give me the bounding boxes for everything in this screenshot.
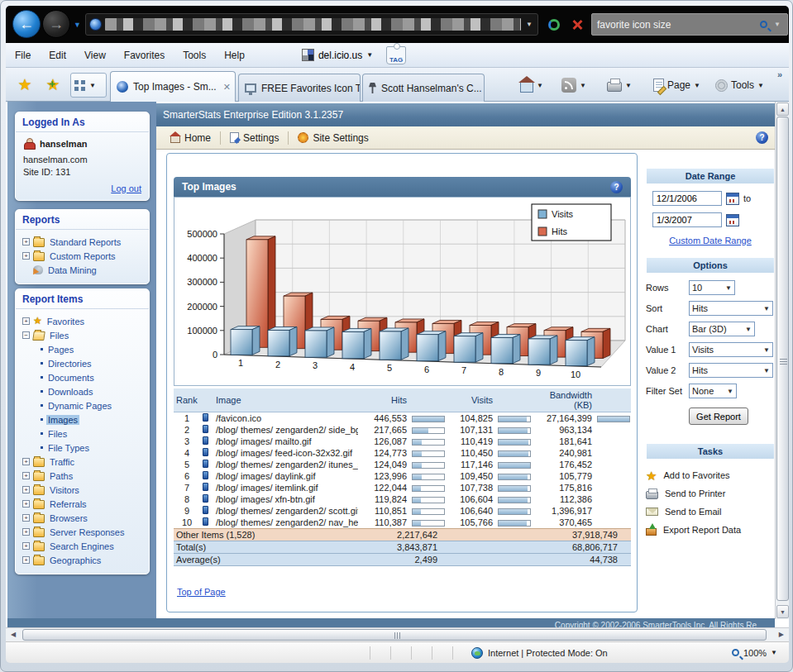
add-to-favorites-button[interactable]: ★ (41, 73, 65, 97)
table-row[interactable]: 7/blog/ images/ itemlink.gif122,044107,7… (174, 482, 631, 493)
tools-menu-button[interactable]: Tools▼ (715, 74, 764, 96)
tab-close-icon[interactable]: ✕ (223, 82, 231, 93)
logout-link[interactable]: Log out (23, 183, 141, 193)
chart-select[interactable]: Bar (3D)▼ (689, 322, 755, 336)
calendar-icon[interactable] (726, 214, 739, 226)
scroll-right-arrow[interactable]: ▶ (779, 631, 784, 638)
tree-expander[interactable]: + (22, 472, 30, 479)
tree-item-downloads[interactable]: Downloads (41, 384, 146, 398)
rows-select[interactable]: 10▼ (689, 280, 735, 295)
task-add-to-favorites[interactable]: ★Add to Favorites (646, 466, 775, 484)
search-input[interactable]: favorite icon size (597, 19, 755, 31)
tree-expander[interactable]: + (22, 542, 30, 550)
favorites-center-button[interactable]: ★ (12, 73, 37, 97)
top-of-page-link[interactable]: Top of Page (177, 587, 226, 597)
tag-toolbar-button[interactable]: TAG (386, 46, 406, 64)
menu-help[interactable]: Help (215, 46, 254, 64)
tab-top-images[interactable]: Top Images - Sm... ✕ (110, 71, 236, 102)
tree-item-data-mining[interactable]: Data Mining (22, 263, 146, 277)
tree-item-dynamic-pages[interactable]: Dynamic Pages (41, 398, 146, 412)
search-box[interactable]: favorite icon size ▼ (591, 13, 788, 36)
menu-view[interactable]: View (75, 46, 115, 64)
menu-tools[interactable]: Tools (174, 46, 215, 64)
search-icon[interactable] (760, 21, 767, 28)
forward-button[interactable]: → (42, 10, 70, 38)
help-icon[interactable]: ? (756, 131, 768, 144)
scroll-down-arrow[interactable]: ▼ (776, 605, 789, 618)
tree-expander[interactable]: + (22, 486, 30, 493)
tree-item-files[interactable]: −Files (22, 328, 146, 342)
delicious-dropdown-icon[interactable]: ▼ (366, 51, 373, 59)
nav-settings[interactable]: Settings (222, 130, 286, 146)
nav-home[interactable]: Home (163, 130, 218, 146)
value2-select[interactable]: Hits▼ (689, 363, 773, 378)
tree-item-traffic[interactable]: +Traffic (22, 455, 146, 469)
tree-item-documents[interactable]: Documents (41, 370, 146, 384)
table-row[interactable]: 3/blog/ images/ mailto.gif126,087110,419… (174, 436, 631, 447)
address-dropdown-icon[interactable]: ▼ (524, 21, 534, 28)
tree-expander[interactable]: − (22, 331, 30, 339)
tree-expander[interactable]: + (22, 458, 30, 465)
task-export-report-data[interactable]: Export Report Data (646, 521, 775, 539)
menu-edit[interactable]: Edit (40, 46, 75, 64)
quick-tabs-button[interactable]: ▼ (70, 73, 107, 98)
table-row[interactable]: 9/blog/ themes/ zengarden2/ scott.gif110… (174, 505, 631, 517)
table-row[interactable]: 5/blog/ themes/ zengarden2/ itunes_subsc… (174, 459, 631, 470)
feeds-button[interactable]: ▼ (561, 74, 586, 96)
h-scrollbar-thumb[interactable] (22, 629, 767, 641)
stop-button[interactable] (567, 13, 587, 36)
table-row[interactable]: 2/blog/ themes/ zengarden2/ side_bg.jpg2… (174, 424, 631, 436)
date-from-input[interactable] (652, 191, 722, 206)
tree-item-standard-reports[interactable]: +Standard Reports (22, 235, 146, 249)
tree-item-file-types[interactable]: File Types (41, 441, 146, 455)
tab-free-favorites-icon[interactable]: FREE Favorites Icon T... (238, 74, 361, 102)
get-report-button[interactable]: Get Report (689, 407, 748, 425)
table-row[interactable]: 1/favicon.ico446,553104,82527,164,399 (174, 412, 631, 425)
address-bar[interactable]: ▼ (85, 13, 538, 36)
menu-favorites[interactable]: Favorites (115, 46, 174, 64)
scrollbar-thumb[interactable] (776, 117, 789, 601)
sort-select[interactable]: Hits▼ (689, 301, 773, 316)
panel-help-icon[interactable]: ? (610, 181, 623, 193)
value1-select[interactable]: Visits▼ (689, 342, 773, 357)
home-button[interactable]: ▼ (520, 74, 543, 96)
custom-date-range-link[interactable]: Custom Date Range (646, 236, 775, 245)
back-button[interactable]: ← (12, 10, 41, 38)
table-row[interactable]: 8/blog/ images/ xfn-btn.gif119,824106,60… (174, 493, 631, 505)
tree-expander[interactable]: + (22, 252, 30, 260)
tree-item-custom-reports[interactable]: +Custom Reports (22, 249, 146, 263)
tree-item-directories[interactable]: Directories (41, 356, 146, 370)
search-options-dropdown[interactable]: ▼ (772, 21, 782, 28)
table-row[interactable]: 6/blog/ images/ daylink.gif123,996109,45… (174, 470, 631, 482)
tree-item-paths[interactable]: +Paths (22, 469, 146, 483)
tree-item-images[interactable]: Images (41, 412, 146, 427)
horizontal-scrollbar[interactable]: ◀ ▶ (6, 627, 789, 641)
table-row[interactable]: 4/blog/ images/ feed-icon-32x32.gif124,7… (174, 447, 631, 459)
tree-expander[interactable]: + (22, 514, 30, 522)
tree-expander[interactable]: + (22, 500, 30, 508)
nav-site-settings[interactable]: Site Settings (290, 130, 375, 146)
tree-item-pages[interactable]: Pages (41, 342, 146, 356)
print-button[interactable]: ▼ (607, 74, 632, 96)
security-zone[interactable]: Internet | Protected Mode: On (471, 647, 608, 659)
scroll-left-arrow[interactable]: ◀ (11, 631, 16, 638)
tree-expander[interactable]: + (22, 238, 30, 245)
tree-expander[interactable]: + (22, 317, 30, 325)
tree-item-referrals[interactable]: +Referrals (22, 497, 146, 511)
tree-item-server-responses[interactable]: +Server Responses (22, 525, 146, 539)
tree-expander[interactable]: + (22, 528, 30, 536)
tree-expander[interactable]: + (22, 556, 30, 564)
recent-pages-dropdown[interactable]: ▼ (74, 21, 81, 29)
refresh-button[interactable] (543, 13, 565, 36)
tree-item-favorites[interactable]: +★Favorites (22, 314, 146, 328)
tab-scott-hanselman[interactable]: Scott Hanselman's C... (362, 74, 485, 102)
toolbar-overflow-chevron[interactable]: » (777, 69, 782, 79)
menu-file[interactable]: File (6, 46, 40, 64)
tree-item-files[interactable]: Files (41, 427, 146, 441)
task-send-to-printer[interactable]: Send to Printer (646, 484, 775, 503)
calendar-icon[interactable] (726, 193, 739, 205)
date-to-input[interactable] (652, 212, 722, 227)
task-send-to-email[interactable]: Send to Email (646, 503, 775, 521)
zoom-control[interactable]: 100% ▼ (732, 648, 777, 658)
tree-item-visitors[interactable]: +Visitors (22, 483, 146, 497)
